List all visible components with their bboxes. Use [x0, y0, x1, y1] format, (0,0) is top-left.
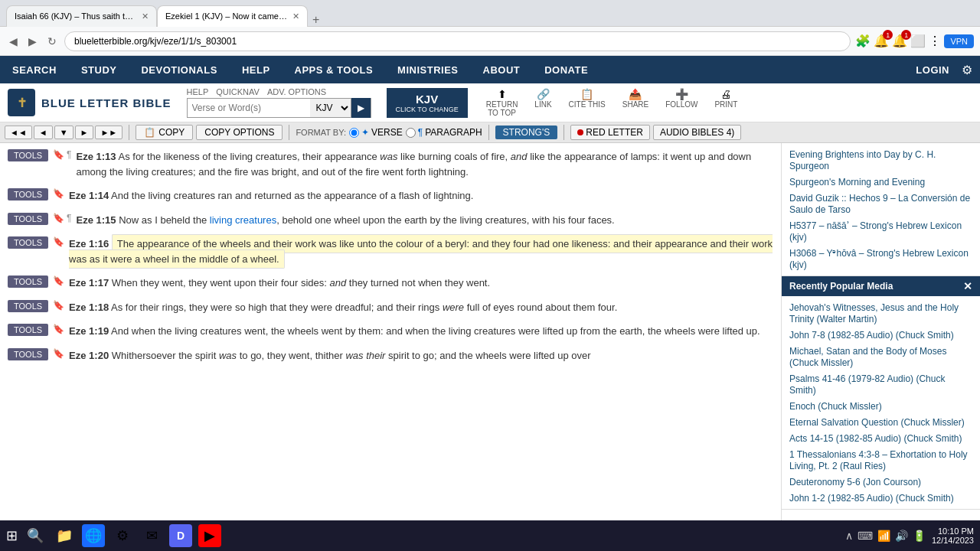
- red-letter-button[interactable]: RED LETTER: [570, 125, 650, 140]
- extension-icon[interactable]: 🧩: [855, 34, 871, 48]
- settings-icon[interactable]: ⚙: [962, 63, 972, 77]
- chevron-up-icon[interactable]: ∧: [845, 530, 853, 542]
- link-button[interactable]: 🔗 LINK: [528, 86, 557, 119]
- bookmark-icon-1-17[interactable]: 🔖: [53, 276, 64, 286]
- menu-icon[interactable]: ⋮: [929, 34, 941, 48]
- first-chapter-button[interactable]: ◄◄: [5, 126, 32, 139]
- taskbar-youtube-icon[interactable]: ▶: [198, 524, 221, 547]
- battery-icon[interactable]: 🔋: [913, 530, 926, 542]
- keyboard-icon[interactable]: ⌨: [858, 530, 873, 542]
- nav-donate[interactable]: DONATE: [532, 56, 600, 83]
- taskbar-settings-icon[interactable]: ⚙: [111, 524, 134, 547]
- nav-ministries[interactable]: MINISTRIES: [385, 56, 470, 83]
- nav-study[interactable]: STUDY: [69, 56, 129, 83]
- tab-inactive[interactable]: Isaiah 66 (KJV) – Thus saith the LORD...…: [6, 5, 157, 27]
- volume-icon[interactable]: 🔊: [895, 530, 908, 542]
- bookmark-icon-1-16[interactable]: 🔖: [53, 236, 64, 247]
- sidebar-link[interactable]: Spurgeon's Morning and Evening: [789, 177, 925, 187]
- sidebar-link[interactable]: David Guzik :: Hechos 9 – La Conversión …: [789, 193, 970, 215]
- nav-about[interactable]: ABOUT: [471, 56, 533, 83]
- taskbar-search-icon[interactable]: 🔍: [24, 524, 47, 547]
- chapter-dropdown-button[interactable]: ▼: [54, 126, 74, 139]
- bookmark-icon-1-14[interactable]: 🔖: [53, 188, 64, 199]
- taskbar-discord-icon[interactable]: D: [169, 524, 192, 547]
- copy-button[interactable]: 📋 COPY: [136, 125, 193, 140]
- taskbar-mail-icon[interactable]: ✉: [140, 524, 163, 547]
- paragraph-format-option[interactable]: ¶ PARAGRAPH: [406, 127, 482, 138]
- shield-icon[interactable]: 🔔 1: [874, 34, 889, 48]
- taskbar-edge-icon[interactable]: 🌐: [82, 524, 105, 547]
- tools-button-1-18[interactable]: TOOLS: [8, 300, 48, 312]
- tools-button-1-15[interactable]: TOOLS: [8, 213, 48, 225]
- login-link[interactable]: LOGIN: [903, 64, 962, 76]
- reload-button[interactable]: ↻: [44, 32, 60, 51]
- sidebar-media-link[interactable]: Psalms 41-46 (1979-82 Audio) (Chuck Smit…: [789, 373, 945, 396]
- tools-button-1-19[interactable]: TOOLS: [8, 324, 48, 336]
- follow-button[interactable]: ➕ FOLLOW: [659, 86, 704, 119]
- tools-button-1-16[interactable]: TOOLS: [8, 236, 48, 249]
- tab-active[interactable]: Ezekiel 1 (KJV) – Now it came to... ✕: [157, 5, 308, 27]
- version-select[interactable]: KJV NIV ESV: [310, 98, 351, 118]
- time-display[interactable]: 10:10 PM 12/14/2023: [932, 527, 974, 545]
- sidebar-media-link[interactable]: Michael, Satan and the Body of Moses (Ch…: [789, 346, 946, 368]
- prev-chapter-button[interactable]: ◄: [34, 126, 53, 139]
- search-button[interactable]: ▶: [351, 98, 371, 118]
- sidebar-media-link[interactable]: John 1-2 (1982-85 Audio) (Chuck Smith): [789, 493, 954, 504]
- cite-this-button[interactable]: 📋 CITE THIS: [563, 86, 612, 119]
- bookmark-icon-1-13[interactable]: 🔖: [53, 149, 64, 160]
- bookmark-icon-1-15[interactable]: 🔖: [53, 213, 64, 223]
- bookmark-icon-1-18[interactable]: 🔖: [53, 300, 64, 311]
- tools-button-1-14[interactable]: TOOLS: [8, 188, 48, 201]
- forward-button[interactable]: ▶: [25, 32, 40, 51]
- verse-format-option[interactable]: ✦ VERSE: [349, 127, 403, 138]
- sidebar-media-link[interactable]: John 7-8 (1982-85 Audio) (Chuck Smith): [789, 330, 954, 341]
- taskbar-explorer-icon[interactable]: 📁: [53, 524, 76, 547]
- print-button[interactable]: 🖨 PRINT: [708, 86, 743, 119]
- last-chapter-button[interactable]: ►►: [95, 126, 122, 139]
- address-input[interactable]: [64, 31, 851, 51]
- paragraph-mark-1-15: ¶: [67, 213, 71, 223]
- maximize-icon[interactable]: ⬜: [910, 34, 926, 48]
- copy-options-button[interactable]: COPY OPTIONS: [196, 125, 283, 140]
- sidebar-link[interactable]: H5377 – nāšāʾ – Strong's Hebrew Lexicon …: [789, 220, 962, 243]
- tools-button-1-20[interactable]: TOOLS: [8, 348, 48, 360]
- bookmark-icon-1-19[interactable]: 🔖: [53, 324, 64, 334]
- return-to-top-button[interactable]: ⬆ RETURN TO TOP: [480, 86, 524, 119]
- sidebar-media-link[interactable]: Acts 14-15 (1982-85 Audio) (Chuck Smith): [789, 433, 962, 444]
- sidebar-media-link[interactable]: Enoch (Chuck Missler): [789, 401, 882, 412]
- help-link[interactable]: HELP: [187, 87, 209, 96]
- paragraph-radio[interactable]: [406, 128, 416, 138]
- tools-button-1-17[interactable]: TOOLS: [8, 276, 48, 288]
- sidebar-media-link[interactable]: Eternal Salvation Question (Chuck Missle…: [789, 417, 965, 428]
- start-button[interactable]: ⊞: [6, 527, 18, 544]
- sidebar-close-button[interactable]: ✕: [963, 280, 972, 292]
- quicknav-link[interactable]: QUICKNAV: [216, 87, 260, 96]
- search-input[interactable]: [188, 99, 310, 117]
- network-icon[interactable]: 📶: [877, 530, 890, 542]
- sidebar-media-link[interactable]: Jehovah's Witnesses, Jesus and the Holy …: [789, 302, 959, 324]
- share-button[interactable]: 📤 SHARE: [616, 86, 655, 119]
- strongs-button[interactable]: STRONG'S: [495, 126, 558, 139]
- adv-options-link[interactable]: ADV. OPTIONS: [267, 87, 326, 96]
- audio-bibles-button[interactable]: AUDIO BIBLES 4): [653, 125, 741, 140]
- new-tab-button[interactable]: +: [308, 13, 324, 27]
- alert-icon[interactable]: 🔔 1: [892, 34, 907, 48]
- nav-devotionals[interactable]: DEVOTIONALS: [129, 56, 229, 83]
- tab-close-active[interactable]: ✕: [292, 11, 299, 21]
- next-chapter-button[interactable]: ►: [75, 126, 94, 139]
- sidebar-media-link[interactable]: Deuteronomy 5-6 (Jon Courson): [789, 477, 921, 487]
- kjv-badge[interactable]: KJV CLICK TO CHANGE: [387, 88, 468, 118]
- list-item: Spurgeon's Morning and Evening: [789, 174, 972, 190]
- vpn-button[interactable]: VPN: [944, 34, 974, 48]
- tools-button-1-13[interactable]: TOOLS: [8, 149, 48, 161]
- sidebar-media-link[interactable]: 1 Thessalonians 4:3-8 – Exhortation to H…: [789, 449, 968, 471]
- back-button[interactable]: ◀: [6, 32, 21, 51]
- nav-search[interactable]: SEARCH: [0, 56, 69, 83]
- verse-radio[interactable]: [349, 128, 359, 138]
- nav-apps[interactable]: APPS & TOOLS: [283, 56, 386, 83]
- nav-help[interactable]: HELP: [230, 56, 283, 83]
- tab-close-inactive[interactable]: ✕: [142, 11, 149, 21]
- bookmark-icon-1-20[interactable]: 🔖: [53, 348, 64, 359]
- sidebar-link[interactable]: Evening Brightens into Day by C. H. Spur…: [789, 149, 936, 171]
- sidebar-link[interactable]: H3068 – Yᵊhōvâ – Strong's Hebrew Lexicon…: [789, 248, 969, 270]
